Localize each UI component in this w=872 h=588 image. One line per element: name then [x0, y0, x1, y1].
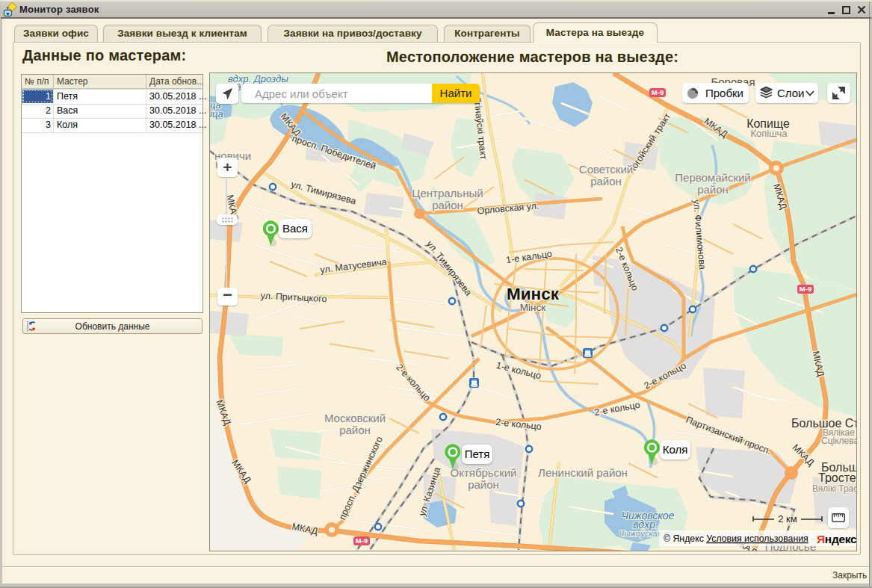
- svg-text:Сціклева: Сціклева: [821, 436, 856, 446]
- svg-text:район: район: [468, 478, 499, 491]
- svg-text:© Яндекс Условия использования: © Яндекс Условия использования: [664, 533, 808, 544]
- svg-text:Минск: Минск: [507, 285, 560, 303]
- svg-text:район: район: [339, 424, 371, 436]
- svg-text:Советский: Советский: [579, 163, 633, 176]
- svg-text:Яндекс: Яндекс: [817, 533, 856, 545]
- svg-text:Тростен: Тростен: [818, 471, 856, 484]
- svg-text:Октябрьский: Октябрьский: [451, 466, 517, 479]
- svg-text:район: район: [590, 175, 622, 188]
- svg-text:Центральный: Центральный: [412, 187, 483, 199]
- svg-text:М-9: М-9: [356, 536, 368, 545]
- svg-text:Копішча: Копішча: [750, 128, 788, 139]
- svg-text:2 км: 2 км: [778, 513, 797, 524]
- svg-text:Мінск: Мінск: [520, 302, 545, 313]
- svg-text:Первомайский: Первомайский: [675, 171, 750, 184]
- svg-text:М-9: М-9: [800, 285, 811, 293]
- svg-text:Московский: Московский: [324, 412, 386, 424]
- svg-text:іца: іца: [210, 108, 223, 120]
- svg-text:район: район: [432, 199, 463, 211]
- svg-text:М-9: М-9: [652, 88, 664, 96]
- svg-text:Ленинский район: Ленинский район: [538, 466, 628, 479]
- svg-text:Вялікі Трас: Вялікі Трас: [812, 483, 856, 494]
- svg-text:район: район: [697, 183, 729, 196]
